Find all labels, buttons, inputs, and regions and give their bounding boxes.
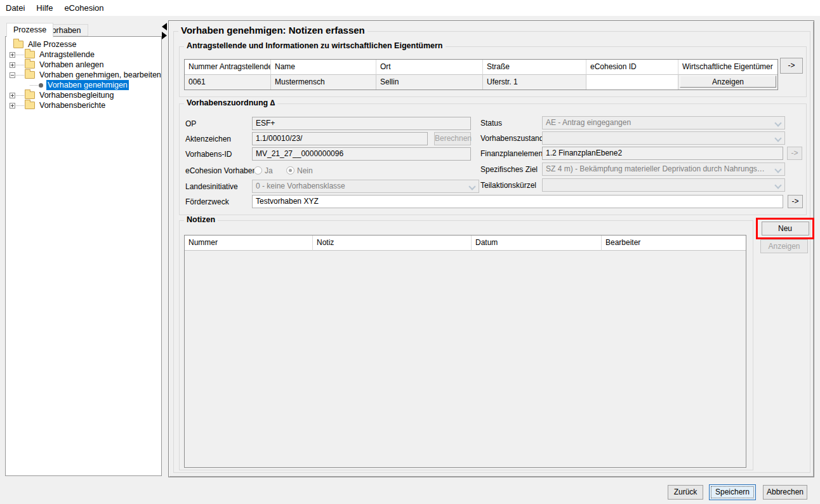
op-field: ESF+ — [252, 117, 471, 130]
tree-item-label: Antragstellende — [38, 50, 96, 60]
status-label: Status — [480, 117, 502, 129]
table-row[interactable]: 0061 Mustermensch Sellin Uferstr. 1 Anze… — [185, 75, 777, 90]
menu-hilfe[interactable]: Hilfe — [30, 1, 58, 15]
landesinitiative-select: 0 - keine Vorhabensklasse — [252, 180, 479, 193]
tree-item-alle-prozesse[interactable]: Alle Prozesse — [6, 39, 161, 50]
chevron-down-icon — [470, 184, 475, 189]
notizen-group-title: Notizen — [184, 215, 218, 224]
tree-item-vorhabensbegleitung[interactable]: Vorhabensbegleitung — [6, 90, 161, 100]
landesinitiative-value: 0 - keine Vorhabensklasse — [256, 182, 345, 190]
folder-icon — [25, 102, 35, 109]
chevron-down-icon — [776, 183, 781, 188]
teilaktionskuerzel-select — [542, 178, 785, 192]
process-tree: Alle Prozesse Antragstellende Vorhaben a… — [5, 36, 162, 476]
expand-plus-icon[interactable] — [10, 93, 15, 98]
chevron-down-icon — [776, 121, 781, 126]
tab-prozesse[interactable]: Prozesse — [6, 23, 53, 37]
tree-item-vorhabensberichte[interactable]: Vorhabensberichte — [6, 100, 161, 110]
tree-item-label: Vorhabensbegleitung — [38, 90, 115, 100]
spezifisches-ziel-select: SZ 4 m) - Bekämpfung materieller Depriva… — [542, 162, 785, 176]
tree-line — [16, 105, 24, 106]
folder-icon — [13, 41, 23, 48]
tree-line — [16, 75, 24, 76]
foerderzweck-field[interactable]: Testvorhaben XYZ — [252, 195, 783, 208]
menu-bar: Datei Hilfe eCohesion — [0, 0, 820, 16]
expand-plus-icon[interactable] — [10, 62, 15, 68]
tree-item-vorhaben-anlegen[interactable]: Vorhaben anlegen — [6, 60, 161, 70]
radio-ja — [254, 166, 262, 175]
main-panel: Vorhaben genehmigen: Notizen erfassen An… — [168, 20, 814, 477]
cell-strasse: Uferstr. 1 — [483, 75, 586, 90]
open-applicant-arrow-button[interactable]: -> — [780, 58, 803, 74]
status-select: AE - Antrag eingegangen — [542, 116, 785, 129]
zuordnung-groupbox: Vorhabenszuordnung ∆ OP ESF+ Aktenzeiche… — [179, 103, 807, 215]
vorhabenszustand-select — [542, 131, 785, 145]
collapse-left-icon[interactable] — [162, 23, 167, 30]
finanzplanelement-arrow-button: -> — [787, 147, 802, 160]
spezifisches-ziel-label: Spezifisches Ziel — [480, 163, 538, 176]
anzeigen-eigentuemer-button[interactable]: Anzeigen — [680, 76, 776, 88]
column-header[interactable]: Straße — [483, 60, 586, 75]
applicants-table: Nummer Antragstellende Name Ort Straße e… — [184, 59, 778, 90]
folder-icon — [25, 51, 35, 58]
cell-nummer: 0061 — [185, 75, 271, 90]
zurueck-button[interactable]: Zurück — [668, 485, 703, 500]
tree-item-label: Vorhaben genehmigen, bearbeiten — [38, 70, 162, 80]
column-header[interactable]: Wirtschaftliche Eigentümer — [678, 60, 777, 75]
column-header[interactable]: Nummer — [185, 235, 313, 251]
chevron-down-icon — [776, 136, 781, 141]
aktenzeichen-field: 1.1/00010/23/ — [252, 132, 428, 145]
column-header[interactable]: Notiz — [313, 235, 472, 251]
zuordnung-group-title: Vorhabenszuordnung ∆ — [184, 98, 277, 107]
tree-line — [16, 65, 24, 65]
cell-ort: Sellin — [376, 75, 483, 90]
aktenzeichen-label: Aktenzeichen — [185, 133, 231, 145]
neu-button[interactable]: Neu — [762, 222, 809, 235]
foerderzweck-arrow-button[interactable]: -> — [788, 195, 803, 208]
applicants-groupbox: Antragstellende und Informationen zu wir… — [179, 46, 807, 97]
vorhabens-id-label: Vorhabens-ID — [185, 148, 232, 161]
tree-line — [30, 85, 38, 86]
splitter[interactable] — [162, 23, 168, 41]
tree-line — [16, 95, 24, 96]
notizen-table: Nummer Notiz Datum Bearbeiter — [184, 235, 746, 468]
landesinitiative-label: Landesinitiative — [185, 180, 238, 193]
tree-item-vorhaben-genehmigen[interactable]: Vorhaben genehmigen — [6, 80, 161, 90]
ecohesion-vorhaben-label: eCohesion Vorhaben — [185, 164, 256, 177]
column-header[interactable]: Ort — [376, 60, 483, 75]
folder-icon — [25, 71, 35, 79]
radio-nein-label: Nein — [297, 166, 313, 175]
speichern-button[interactable]: Speichern — [709, 484, 756, 500]
vorhabenszustand-label: Vorhabenszustand — [480, 132, 543, 145]
cell-name: Mustermensch — [271, 75, 376, 90]
menu-ecohesion[interactable]: eCohesion — [58, 1, 109, 15]
abbrechen-button[interactable]: Abbrechen — [763, 485, 807, 500]
column-header[interactable]: Datum — [472, 235, 602, 251]
column-header[interactable]: Bearbeiter — [602, 235, 746, 251]
menu-datei[interactable]: Datei — [0, 1, 30, 15]
tree-item-label: Vorhaben anlegen — [38, 60, 105, 70]
column-header[interactable]: Name — [271, 60, 376, 75]
berechnen-button: Berechnen — [434, 132, 471, 145]
vorhabens-id-field: MV_21_27__0000000096 — [252, 147, 471, 161]
tree-line — [16, 55, 24, 55]
expand-right-icon[interactable] — [162, 32, 167, 39]
highlight-box: Neu — [756, 218, 814, 239]
column-header[interactable]: Nummer Antragstellende — [185, 60, 271, 75]
tree-item-antragstellende[interactable]: Antragstellende — [6, 50, 161, 60]
tree-item-vorhaben-genehmigen-bearbeiten[interactable]: Vorhaben genehmigen, bearbeiten — [6, 70, 161, 80]
notizen-table-body-empty — [185, 251, 746, 467]
page-title: Vorhaben genehmigen: Notizen erfassen — [178, 25, 367, 36]
expand-plus-icon[interactable] — [10, 52, 15, 58]
app-window: Datei Hilfe eCohesion Prozesse Vorhaben … — [0, 0, 820, 504]
expand-plus-icon[interactable] — [10, 103, 15, 109]
op-label: OP — [185, 117, 196, 130]
chevron-down-icon — [776, 167, 781, 172]
cell-ecohesion-id — [586, 75, 678, 90]
tree-item-label: Alle Prozesse — [27, 39, 77, 50]
speichern-button-label: Speichern — [715, 487, 750, 496]
column-header[interactable]: eCohesion ID — [586, 60, 678, 75]
ecohesion-radio-group: Ja Nein — [254, 165, 315, 175]
collapse-minus-icon[interactable] — [10, 72, 15, 78]
radio-ja-label: Ja — [265, 166, 273, 175]
